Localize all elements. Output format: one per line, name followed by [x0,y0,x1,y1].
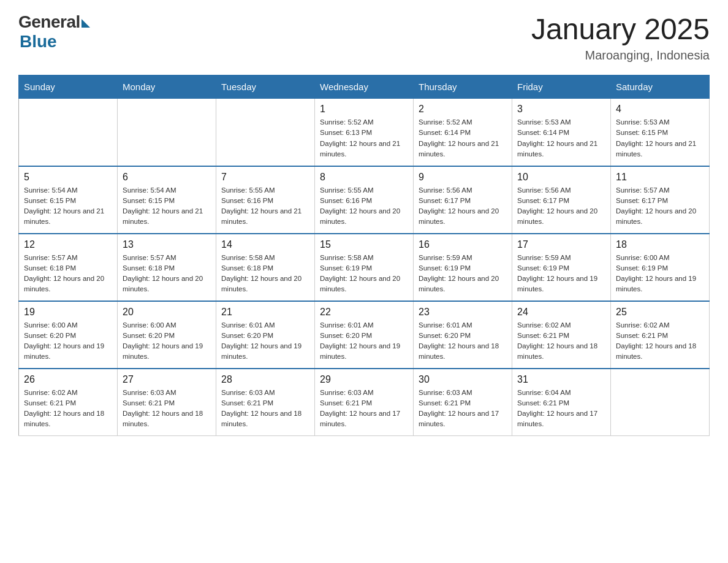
day-info: Sunrise: 6:01 AM Sunset: 6:20 PM Dayligh… [221,320,309,362]
calendar-cell: 29Sunrise: 6:03 AM Sunset: 6:21 PM Dayli… [315,369,414,436]
calendar-cell: 15Sunrise: 5:58 AM Sunset: 6:19 PM Dayli… [315,234,414,301]
weekday-header-thursday: Thursday [414,75,512,99]
day-info: Sunrise: 5:53 AM Sunset: 6:14 PM Dayligh… [517,117,605,159]
day-info: Sunrise: 5:54 AM Sunset: 6:15 PM Dayligh… [123,185,211,228]
day-number: 26 [24,374,112,385]
calendar-cell: 10Sunrise: 5:56 AM Sunset: 6:17 PM Dayli… [512,166,611,234]
day-number: 31 [517,374,605,385]
day-info: Sunrise: 6:01 AM Sunset: 6:20 PM Dayligh… [320,320,408,362]
day-number: 15 [320,239,408,250]
day-info: Sunrise: 5:58 AM Sunset: 6:18 PM Dayligh… [221,253,309,295]
day-number: 1 [320,104,408,115]
day-number: 20 [123,307,211,318]
week-row-1: 1Sunrise: 5:52 AM Sunset: 6:13 PM Daylig… [19,99,710,166]
day-info: Sunrise: 5:57 AM Sunset: 6:18 PM Dayligh… [123,253,211,295]
calendar-cell: 4Sunrise: 5:53 AM Sunset: 6:15 PM Daylig… [611,99,710,166]
calendar-cell: 5Sunrise: 5:54 AM Sunset: 6:15 PM Daylig… [19,166,118,234]
day-info: Sunrise: 6:00 AM Sunset: 6:20 PM Dayligh… [123,320,211,362]
logo-general-text: General [18,12,80,32]
calendar-table: SundayMondayTuesdayWednesdayThursdayFrid… [18,75,710,436]
calendar-cell: 16Sunrise: 5:59 AM Sunset: 6:19 PM Dayli… [414,234,512,301]
logo-triangle-icon [82,19,90,28]
day-info: Sunrise: 6:02 AM Sunset: 6:21 PM Dayligh… [24,388,112,430]
day-info: Sunrise: 5:59 AM Sunset: 6:19 PM Dayligh… [517,253,605,295]
day-number: 29 [320,374,408,385]
day-number: 27 [123,374,211,385]
day-number: 22 [320,307,408,318]
calendar-cell: 31Sunrise: 6:04 AM Sunset: 6:21 PM Dayli… [512,369,611,436]
page-header: General Blue January 2025 Maroanging, In… [18,12,710,63]
day-info: Sunrise: 6:04 AM Sunset: 6:21 PM Dayligh… [517,388,605,430]
calendar-cell: 8Sunrise: 5:55 AM Sunset: 6:16 PM Daylig… [315,166,414,234]
calendar-cell: 24Sunrise: 6:02 AM Sunset: 6:21 PM Dayli… [512,301,611,369]
day-info: Sunrise: 6:03 AM Sunset: 6:21 PM Dayligh… [320,388,408,430]
day-number: 5 [24,172,112,183]
day-info: Sunrise: 6:03 AM Sunset: 6:21 PM Dayligh… [419,388,507,430]
calendar-cell: 11Sunrise: 5:57 AM Sunset: 6:17 PM Dayli… [611,166,710,234]
calendar-cell: 26Sunrise: 6:02 AM Sunset: 6:21 PM Dayli… [19,369,118,436]
day-number: 4 [616,104,704,115]
day-info: Sunrise: 6:03 AM Sunset: 6:21 PM Dayligh… [123,388,211,430]
calendar-cell: 22Sunrise: 6:01 AM Sunset: 6:20 PM Dayli… [315,301,414,369]
day-number: 13 [123,239,211,250]
day-info: Sunrise: 5:52 AM Sunset: 6:14 PM Dayligh… [419,117,507,159]
calendar-cell: 1Sunrise: 5:52 AM Sunset: 6:13 PM Daylig… [315,99,414,166]
calendar-cell: 25Sunrise: 6:02 AM Sunset: 6:21 PM Dayli… [611,301,710,369]
calendar-cell [216,99,315,166]
calendar-cell: 23Sunrise: 6:01 AM Sunset: 6:20 PM Dayli… [414,301,512,369]
day-number: 12 [24,239,112,250]
week-row-5: 26Sunrise: 6:02 AM Sunset: 6:21 PM Dayli… [19,369,710,436]
day-number: 28 [221,374,309,385]
day-number: 2 [419,104,507,115]
day-info: Sunrise: 6:01 AM Sunset: 6:20 PM Dayligh… [419,320,507,362]
day-number: 30 [419,374,507,385]
day-info: Sunrise: 5:56 AM Sunset: 6:17 PM Dayligh… [517,185,605,228]
calendar-cell: 18Sunrise: 6:00 AM Sunset: 6:19 PM Dayli… [611,234,710,301]
calendar-cell: 19Sunrise: 6:00 AM Sunset: 6:20 PM Dayli… [19,301,118,369]
day-number: 8 [320,172,408,183]
day-info: Sunrise: 6:00 AM Sunset: 6:19 PM Dayligh… [616,253,704,295]
day-info: Sunrise: 5:57 AM Sunset: 6:17 PM Dayligh… [616,185,704,228]
weekday-header-saturday: Saturday [611,75,710,99]
week-row-2: 5Sunrise: 5:54 AM Sunset: 6:15 PM Daylig… [19,166,710,234]
calendar-cell: 21Sunrise: 6:01 AM Sunset: 6:20 PM Dayli… [216,301,315,369]
calendar-cell [611,369,710,436]
calendar-cell: 27Sunrise: 6:03 AM Sunset: 6:21 PM Dayli… [118,369,216,436]
day-info: Sunrise: 5:52 AM Sunset: 6:13 PM Dayligh… [320,117,408,159]
calendar-cell: 13Sunrise: 5:57 AM Sunset: 6:18 PM Dayli… [118,234,216,301]
day-number: 19 [24,307,112,318]
weekday-header-friday: Friday [512,75,611,99]
logo: General Blue [18,12,90,52]
week-row-3: 12Sunrise: 5:57 AM Sunset: 6:18 PM Dayli… [19,234,710,301]
calendar-title: January 2025 [531,12,710,46]
week-row-4: 19Sunrise: 6:00 AM Sunset: 6:20 PM Dayli… [19,301,710,369]
day-info: Sunrise: 5:55 AM Sunset: 6:16 PM Dayligh… [320,185,408,228]
day-number: 9 [419,172,507,183]
calendar-cell [118,99,216,166]
calendar-cell: 9Sunrise: 5:56 AM Sunset: 6:17 PM Daylig… [414,166,512,234]
calendar-cell: 30Sunrise: 6:03 AM Sunset: 6:21 PM Dayli… [414,369,512,436]
calendar-cell: 28Sunrise: 6:03 AM Sunset: 6:21 PM Dayli… [216,369,315,436]
day-info: Sunrise: 6:00 AM Sunset: 6:20 PM Dayligh… [24,320,112,362]
day-number: 21 [221,307,309,318]
day-info: Sunrise: 6:02 AM Sunset: 6:21 PM Dayligh… [616,320,704,362]
weekday-header-monday: Monday [118,75,216,99]
calendar-cell [19,99,118,166]
day-number: 6 [123,172,211,183]
calendar-subtitle: Maroanging, Indonesia [531,48,710,63]
day-info: Sunrise: 6:02 AM Sunset: 6:21 PM Dayligh… [517,320,605,362]
day-info: Sunrise: 5:58 AM Sunset: 6:19 PM Dayligh… [320,253,408,295]
day-info: Sunrise: 5:57 AM Sunset: 6:18 PM Dayligh… [24,253,112,295]
calendar-cell: 7Sunrise: 5:55 AM Sunset: 6:16 PM Daylig… [216,166,315,234]
calendar-cell: 6Sunrise: 5:54 AM Sunset: 6:15 PM Daylig… [118,166,216,234]
weekday-header-tuesday: Tuesday [216,75,315,99]
day-number: 11 [616,172,704,183]
day-number: 25 [616,307,704,318]
weekday-header-sunday: Sunday [19,75,118,99]
day-number: 7 [221,172,309,183]
calendar-cell: 2Sunrise: 5:52 AM Sunset: 6:14 PM Daylig… [414,99,512,166]
calendar-cell: 14Sunrise: 5:58 AM Sunset: 6:18 PM Dayli… [216,234,315,301]
day-info: Sunrise: 5:55 AM Sunset: 6:16 PM Dayligh… [221,185,309,228]
calendar-cell: 3Sunrise: 5:53 AM Sunset: 6:14 PM Daylig… [512,99,611,166]
day-number: 3 [517,104,605,115]
